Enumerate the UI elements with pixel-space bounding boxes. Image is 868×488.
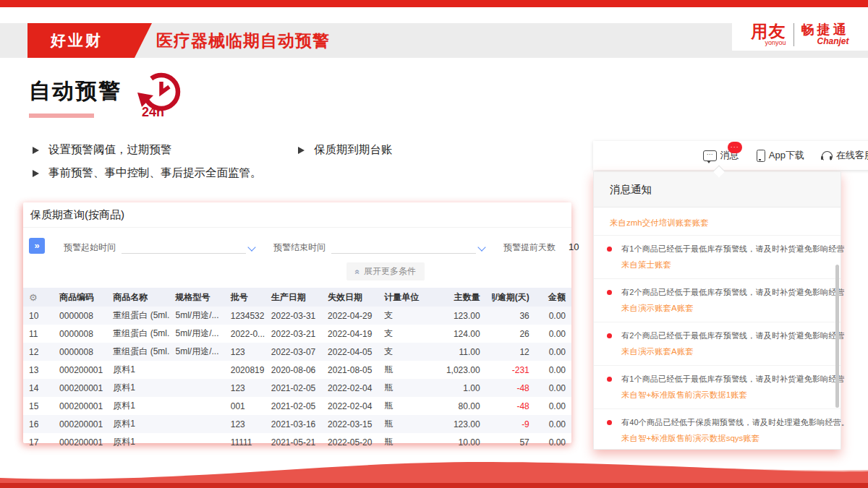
messages-menu-item[interactable]: ··· 消息 ··· [703,149,739,162]
table-cell: 000200001 [54,433,107,451]
table-row[interactable]: 17000200001原料1111112021-05-212022-05-20瓶… [23,433,571,451]
notification-item[interactable]: 有2个商品已经低于最低库存预警线，请及时补货避免影响经营来自演示账套A账套 [594,322,841,365]
table-row[interactable]: 14000200001原料11232021-02-052022-02-04瓶1.… [23,379,571,397]
table-row[interactable]: 15000200001原料10012021-02-052022-02-04瓶80… [23,397,571,415]
notification-text: 有40个商品已经低于保质期预警线，请及时处理避免影响经营。 [621,417,836,428]
alert-dot-icon [607,333,612,338]
table-cell: 1.00 [425,379,485,397]
notification-source-link[interactable]: 来自演示账套A账套 [621,346,836,357]
online-service-label: 在线客服 [836,149,868,162]
table-row[interactable]: 120000008重组蛋白 (5ml...5ml/用途/...1232022-0… [23,343,571,361]
column-header: 临期/逾期(天) [486,288,535,307]
notification-list: 来自zmh交付培训账套账套有1个商品已经低于最低库存预警线，请及时补货避免影响经… [594,207,841,452]
filter-start-date-input[interactable] [122,241,246,254]
table-cell: 2022-04-29 [322,307,378,325]
column-header: 金额 [535,288,571,307]
filter-start-date[interactable]: 预警起始时间 [64,241,255,254]
chanjet-logo-sub: Chanjet [817,37,848,46]
notification-source-link[interactable]: 来自zmh交付培训账套账套 [610,218,836,228]
scrollbar-thumb[interactable] [835,265,839,408]
brand-badge: 好业财 [27,23,152,58]
notification-dropdown: 消息通知 来自zmh交付培训账套账套有1个商品已经低于最低库存预警线，请及时补货… [593,171,841,450]
table-cell: 1,023.00 [425,361,485,379]
bullet-1: 设置预警阈值，过期预警 [33,142,172,158]
app-download-menu-item[interactable]: App下载 [757,149,804,162]
notification-item[interactable]: 有1个商品已经低于最低库存预警线，请及时补货避免影响经营来自策士账套 [594,235,841,278]
online-service-menu-item[interactable]: 在线客服 [822,149,868,162]
table-cell: 000200001 [54,361,107,379]
notification-item[interactable]: 来自zmh交付培训账套账套 [594,207,841,235]
table-row[interactable]: 13000200001原料120208192020-08-062021-08-0… [23,361,571,379]
table-row[interactable]: 110000008重组蛋白 (5ml...5ml/用途/...2022-0...… [23,325,571,343]
table-cell: 80.00 [425,397,485,415]
table-cell: -231 [486,361,535,379]
column-header: 商品编码 [54,288,107,307]
filter-end-date-input[interactable] [331,241,476,254]
chanjet-logo-text: 畅捷通 [801,23,849,37]
table-cell: 001 [225,397,265,415]
table-cell: 2021-05-21 [265,433,322,451]
query-panel-title: 保质期查询(按商品) [23,202,571,228]
notification-source-link[interactable]: 来自策士账套 [621,260,836,270]
table-row[interactable]: 100000008重组蛋白 (5ml...5ml/用途/...123453220… [23,307,571,325]
notification-item[interactable]: 有1个商品已经低于最低库存预警线，请及时补货避免影响经营来自智+标准版售前演示数… [594,365,841,408]
filter-advance-days[interactable]: 预警提前天数 10 [503,241,586,254]
table-cell: 124.00 [425,325,485,343]
column-header: 生产日期 [265,288,322,307]
notification-source-link[interactable]: 来自智+标准版售前演示数据1账套 [621,390,836,401]
notification-item[interactable]: 有40个商品已经低于保质期预警线，请及时处理避免影响经营。来自智+标准版售前演示… [594,408,841,452]
table-cell: 11111 [225,433,265,451]
gear-icon[interactable]: ⚙ [29,292,38,303]
table-cell [170,433,225,451]
table-cell: 26 [486,325,535,343]
table-cell: 0.00 [535,325,571,343]
message-badge: ··· [728,142,742,153]
table-cell: 2021-08-05 [322,361,378,379]
yonyou-logo-text: 用友 [752,23,786,39]
table-cell: -48 [486,397,535,415]
notification-text: 有2个商品已经低于最低库存预警线，请及时补货避免影响经营 [621,287,836,298]
bullet-3-text: 事前预警、事中控制、事后提示全面监管。 [48,166,262,181]
table-cell [170,415,225,433]
table-row[interactable]: 16000200001原料11232021-03-162022-03-15瓶12… [23,415,571,433]
expand-more-button[interactable]: « 展开更多条件 [346,262,425,281]
chevron-down-icon[interactable] [247,243,255,251]
table-cell: 重组蛋白 (5ml... [107,325,169,343]
headset-icon [822,151,833,160]
table-cell: 5ml/用途/... [170,325,225,343]
table-cell: 0.00 [535,307,571,325]
chevron-down-icon[interactable] [477,243,485,251]
table-cell: 2020-08-06 [265,361,322,379]
arrow-bullet-icon [33,170,39,177]
table-cell: 2021-02-05 [265,379,322,397]
table-cell: 57 [486,433,535,451]
phone-icon [757,150,765,162]
filter-advance-days-value[interactable]: 10 [569,241,586,254]
table-cell: 支 [378,325,425,343]
table-cell: -9 [486,415,535,433]
table-cell: 36 [486,307,535,325]
table-cell: 0000008 [54,343,107,361]
chanjet-logo: 畅捷通 Chanjet [801,23,849,46]
notification-item[interactable]: 有2个商品已经低于最低库存预警线，请及时补货避免影响经营来自演示账套A账套 [594,278,841,322]
filter-advance-days-label: 预警提前天数 [503,241,556,254]
table-cell: 123.00 [425,307,485,325]
double-chevron-down-icon: « [353,269,363,274]
filter-end-date[interactable]: 预警结束时间 [273,241,485,254]
brand-name: 好业财 [51,32,103,48]
notification-source-link[interactable]: 来自演示账套A账套 [621,303,836,314]
table-cell: 000200001 [54,379,107,397]
table-cell: 2022-0... [225,325,265,343]
column-header: 主数量 [425,288,485,307]
notification-source-link[interactable]: 来自智+标准版售前演示数据sqys账套 [621,433,836,444]
table-cell: 2022-04-05 [322,343,378,361]
expiry-table: ⚙商品编码商品名称规格型号批号生产日期失效日期计量单位主数量临期/逾期(天)金额… [23,288,571,451]
table-cell: 15 [23,397,54,415]
table-cell: 2022-03-07 [265,343,322,361]
table-cell: 0000008 [54,307,107,325]
table-settings-header[interactable]: ⚙ [23,288,54,307]
collapse-expander-button[interactable]: » [29,238,45,254]
expiry-table-body: 100000008重组蛋白 (5ml...5ml/用途/...123453220… [23,307,571,451]
table-cell: 2022-03-31 [265,307,322,325]
table-cell: 1234532 [225,307,265,325]
